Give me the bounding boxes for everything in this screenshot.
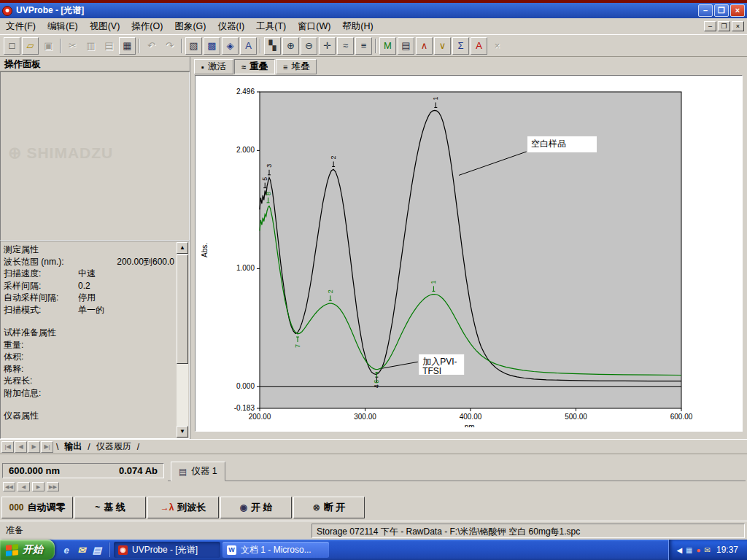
scrollbar-thumb[interactable]	[177, 254, 188, 364]
point-pick-button[interactable]: ∨	[434, 37, 451, 55]
area-calc-button[interactable]: Σ	[452, 37, 469, 55]
toolbar-separator	[375, 39, 376, 53]
baseline-icon: ~	[95, 502, 100, 513]
readout-nav-button[interactable]: ▶	[32, 482, 44, 491]
tray-antivirus-icon[interactable]: ●	[697, 546, 701, 554]
mdi-close-button[interactable]: ×	[732, 21, 744, 31]
menu-仪器(I)[interactable]: 仪器(I)	[212, 18, 250, 35]
property-label: 附加信息:	[4, 387, 78, 400]
tab-激活[interactable]: ▪激活	[194, 59, 233, 74]
menu-工具(T)[interactable]: 工具(T)	[250, 18, 292, 35]
internet-explorer-icon[interactable]: e	[60, 543, 73, 556]
menu-窗口(W)[interactable]: 窗口(W)	[292, 18, 336, 35]
sheet-tab-输出[interactable]: 输出	[61, 440, 85, 453]
taskbar-divider	[109, 542, 110, 557]
stack-mode-button[interactable]: ≡	[355, 37, 372, 55]
wavelength-readout: 600.000 nm	[9, 465, 60, 476]
show-desktop-icon[interactable]: ▤	[90, 543, 104, 556]
zoom-in-button[interactable]: ⊕	[282, 37, 299, 55]
manipulate-button[interactable]: M	[379, 37, 396, 55]
graph-window-button[interactable]: ▩	[204, 37, 220, 55]
peak-label: 7	[294, 344, 301, 348]
start-button[interactable]: 开始	[0, 540, 55, 560]
disconnect-button[interactable]: ⊗断 开	[293, 497, 365, 518]
readout-nav-button[interactable]: ◀	[18, 482, 30, 491]
scroll-up-icon[interactable]: ▲	[177, 242, 188, 254]
mdi-minimize-button[interactable]: –	[704, 21, 716, 31]
taskbar-task[interactable]: ◉UVProbe - [光谱]	[114, 542, 220, 558]
peak-pick-button[interactable]: ∧	[416, 37, 433, 55]
operation-panel-button[interactable]: ▧	[185, 37, 202, 55]
print-button[interactable]: ▦	[119, 37, 136, 55]
text-report-button[interactable]: A	[240, 37, 257, 55]
tab-instrument-1[interactable]: ▤ 仪器 1	[171, 462, 225, 481]
close-button[interactable]: ×	[730, 4, 745, 17]
radar-view-button[interactable]: ◈	[222, 37, 239, 55]
mdi-restore-button[interactable]: ❐	[718, 21, 730, 31]
undo-button: ↶	[143, 37, 160, 55]
select-cursor-button[interactable]: ▚	[264, 37, 281, 55]
zoom-out-button[interactable]: ⊖	[301, 37, 317, 55]
start-button[interactable]: ◉开 始	[220, 497, 292, 518]
overlay-mode-button[interactable]: ≈	[337, 37, 354, 55]
start-label: 开始	[23, 543, 43, 556]
sheet-nav-button[interactable]: ◀	[15, 441, 27, 453]
property-section-title: 仪器属性	[4, 410, 174, 422]
auto-zero-icon: 000	[9, 502, 23, 513]
taskbar-task[interactable]: W文档 1 - Microso...	[222, 542, 329, 558]
graph-tab-label: 堆叠	[291, 61, 309, 73]
goto-wavelength-button[interactable]: →λ到波长	[147, 497, 219, 518]
copy-button: ▥	[82, 37, 99, 55]
menu-操作(O)[interactable]: 操作(O)	[125, 18, 169, 35]
new-document-button[interactable]: □	[4, 37, 20, 55]
graph-tab-label: 重叠	[249, 61, 268, 73]
task-label: UVProbe - [光谱]	[132, 544, 198, 556]
properties-scrollbar[interactable]: ▲ ▼	[177, 242, 188, 438]
minimize-button[interactable]: –	[698, 4, 713, 17]
sheet-nav-button[interactable]: |◀	[1, 441, 14, 453]
auto-zero-button[interactable]: 000自动调零	[1, 497, 73, 518]
readout-nav-button[interactable]: ◀◀	[3, 482, 15, 491]
peak-label: 1	[430, 280, 437, 284]
property-row: 附加信息:	[4, 387, 174, 400]
sheet-nav-button[interactable]: ▶|	[41, 441, 53, 453]
property-value: 200.00到600.0	[117, 256, 174, 268]
baseline-button[interactable]: ~基 线	[74, 497, 146, 518]
statusbar: 准备 Storage 072114 下午 - RawData - F:\米浩\铬…	[0, 521, 747, 540]
open-file-button[interactable]: ▱	[22, 37, 39, 55]
spectrum-chart-panel[interactable]: 2.4962.0001.0000.000-0.183200.00300.0040…	[195, 75, 743, 432]
plot-area[interactable]	[260, 92, 681, 408]
toolbar-separator	[139, 39, 140, 53]
menu-文件(F)[interactable]: 文件(F)	[0, 18, 42, 35]
data-print-button[interactable]: ▤	[398, 37, 414, 55]
mail-icon[interactable]: ✉	[75, 543, 88, 556]
menu-编辑(E)[interactable]: 编辑(E)	[42, 18, 84, 35]
window-controls: –❐×	[698, 4, 745, 17]
button-label: 到波长	[177, 501, 206, 514]
tab-堆叠[interactable]: ≡堆叠	[276, 59, 317, 74]
auto-scale-button[interactable]: ✛	[319, 37, 336, 55]
menu-帮助(H)[interactable]: 帮助(H)	[336, 18, 379, 35]
instrument-tabbar: ▤ 仪器 1	[168, 460, 746, 481]
tray-collapse-icon[interactable]: ◀	[676, 546, 682, 554]
property-label: 体积:	[4, 351, 78, 363]
sheet-tab-仪器履历[interactable]: 仪器履历	[93, 440, 135, 453]
sheet-nav-button[interactable]: ▶	[28, 441, 40, 453]
menu-图象(G)[interactable]: 图象(G)	[169, 18, 212, 35]
maximize-button[interactable]: ❐	[714, 4, 729, 17]
shimadzu-watermark: ⊕ SHIMADZU	[8, 144, 113, 163]
spectrum-chart[interactable]: 2.4962.0001.0000.000-0.183200.00300.0040…	[197, 77, 737, 427]
taskbar: 开始 e✉▤ ◉UVProbe - [光谱]W文档 1 - Microso...…	[0, 540, 747, 560]
tray-input-icon[interactable]: ✉	[705, 546, 711, 554]
x-axis-label: nm.	[465, 423, 477, 427]
scroll-down-icon[interactable]: ▼	[177, 426, 188, 438]
button-label: 自动调零	[28, 501, 66, 514]
tab-重叠[interactable]: ≈重叠	[234, 59, 275, 74]
tray-network-icon[interactable]: ▦	[686, 546, 692, 554]
font-color-button[interactable]: A	[471, 37, 487, 55]
properties-panel: 测定属性波长范围 (nm.):200.00到600.0扫描速度:中速采样间隔:0…	[0, 241, 190, 439]
readout-nav-button[interactable]: ▶▶	[47, 482, 59, 491]
menu-视图(V)[interactable]: 视图(V)	[84, 18, 126, 35]
property-row: 光程长:	[4, 375, 174, 387]
property-row: 体积:	[4, 351, 174, 363]
